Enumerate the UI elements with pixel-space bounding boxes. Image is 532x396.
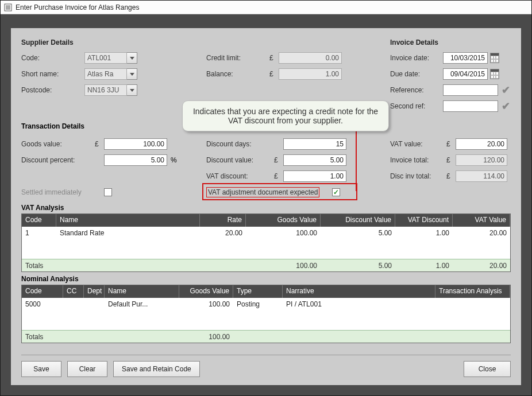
col-name: Name — [105, 285, 179, 298]
vat-grid-header: Code Name Rate Goods Value Discount Valu… — [22, 214, 510, 227]
short-name-label: Short name: — [21, 70, 84, 78]
outer-dark-border: Supplier Details Code: Short name: — [1, 14, 531, 395]
callout-tooltip: Indicates that you are expecting a credi… — [182, 100, 389, 131]
transaction-heading: Transaction Details — [21, 122, 84, 130]
vat-analysis-heading: VAT Analysis — [21, 204, 511, 212]
col-goods: Goods Value — [179, 285, 233, 298]
currency-symbol: £ — [269, 70, 279, 78]
currency-symbol: £ — [274, 156, 283, 164]
col-rate: Rate — [200, 214, 246, 227]
short-name-input[interactable] — [84, 68, 127, 80]
vat-row[interactable]: 1 Standard Rate 20.00 100.00 5.00 1.00 2… — [22, 227, 510, 239]
chevron-down-icon — [130, 89, 134, 92]
supplier-code-input[interactable] — [84, 52, 127, 64]
nominal-totals-row: Totals 100.00 — [22, 330, 510, 343]
button-bar: Save Clear Save and Retain Code Close — [21, 355, 511, 377]
tick-icon: ✔ — [502, 84, 510, 96]
save-retain-button[interactable]: Save and Retain Code — [113, 361, 200, 377]
col-cc: CC — [63, 285, 84, 298]
col-vatval: VAT Value — [453, 214, 510, 227]
invoice-date-input[interactable] — [443, 52, 488, 64]
svg-marker-7 — [130, 89, 134, 92]
col-narr: Narrative — [283, 285, 435, 298]
vat-discount-input[interactable] — [283, 170, 346, 182]
currency-symbol: £ — [269, 54, 279, 62]
balances-column: Credit limit: £ Balance: £ — [206, 51, 384, 83]
nominal-analysis-section: Nominal Analysis Code CC Dept Name Goods… — [21, 275, 511, 343]
balance-label: Balance: — [206, 70, 269, 78]
second-ref-input[interactable] — [443, 100, 498, 112]
second-ref-label: Second ref: — [390, 102, 443, 110]
nominal-grid-header: Code CC Dept Name Goods Value Type Narra… — [22, 285, 510, 298]
invoice-total-value — [456, 154, 507, 166]
vat-analysis-grid[interactable]: Code Name Rate Goods Value Discount Valu… — [21, 213, 511, 272]
postcode-dropdown[interactable] — [127, 84, 137, 96]
highlight-box — [202, 183, 357, 200]
postcode-label: Postcode: — [21, 86, 84, 94]
goods-value-label: Goods value: — [21, 140, 95, 148]
vat-discount-label: VAT discount: — [206, 172, 274, 180]
discount-days-input[interactable] — [283, 138, 346, 150]
transaction-right-column: VAT value: £ Invoice total: £ Disc inv t… — [390, 137, 513, 185]
callout-connector — [356, 127, 357, 191]
reference-input[interactable] — [443, 84, 498, 96]
col-ta: Transaction Analysis — [435, 285, 510, 298]
nominal-row[interactable]: 5000 Default Pur... 100.00 Posting PI / … — [22, 298, 510, 310]
col-code: Code — [22, 214, 56, 227]
postcode-input[interactable] — [84, 84, 127, 96]
invoice-total-label: Invoice total: — [390, 156, 446, 164]
col-dept: Dept — [84, 285, 105, 298]
settled-immediately-checkbox[interactable] — [104, 188, 112, 196]
vat-value-input[interactable] — [456, 138, 507, 150]
discount-value-input[interactable] — [283, 154, 346, 166]
invoice-heading: Invoice Details — [390, 38, 513, 46]
tick-icon: ✔ — [502, 100, 510, 112]
discount-value-label: Discount value: — [206, 156, 274, 164]
close-button[interactable]: Close — [464, 361, 511, 377]
settled-immediately-label: Settled immediately — [21, 188, 104, 196]
goods-value-input[interactable] — [104, 138, 167, 150]
currency-symbol: £ — [274, 172, 283, 180]
svg-marker-6 — [130, 73, 134, 76]
supplier-code-dropdown[interactable] — [127, 52, 137, 64]
reference-label: Reference: — [390, 86, 443, 94]
currency-symbol: £ — [446, 156, 456, 164]
currency-symbol: £ — [446, 140, 456, 148]
window-frame: Enter Purchase Invoice for Atlas Ranges … — [0, 0, 532, 396]
nominal-analysis-grid[interactable]: Code CC Dept Name Goods Value Type Narra… — [21, 285, 511, 343]
disc-inv-total-value — [456, 170, 507, 182]
calendar-icon[interactable] — [490, 69, 499, 79]
col-goods: Goods Value — [246, 214, 321, 227]
credit-limit-value — [279, 52, 342, 64]
supplier-code-label: Code: — [21, 54, 84, 62]
currency-symbol: £ — [95, 140, 104, 148]
col-code: Code — [22, 285, 63, 298]
content-area: Supplier Details Code: Short name: — [11, 28, 521, 385]
col-disc: Discount Value — [321, 214, 395, 227]
disc-inv-total-label: Disc inv total: — [390, 172, 446, 180]
vat-value-label: VAT value: — [390, 140, 446, 148]
window-title: Enter Purchase Invoice for Atlas Ranges — [16, 3, 139, 11]
short-name-dropdown[interactable] — [127, 68, 137, 80]
discount-percent-label: Discount percent: — [21, 156, 95, 164]
discount-days-label: Discount days: — [206, 140, 274, 148]
invoice-date-label: Invoice date: — [390, 54, 443, 62]
balance-value — [279, 68, 342, 80]
percent-symbol: % — [171, 156, 177, 164]
due-date-label: Due date: — [390, 70, 443, 78]
chevron-down-icon — [130, 73, 134, 76]
supplier-column: Supplier Details Code: Short name: — [21, 38, 171, 99]
save-button[interactable]: Save — [21, 361, 61, 377]
credit-limit-label: Credit limit: — [206, 54, 269, 62]
col-vatdisc: VAT Discount — [395, 214, 453, 227]
svg-marker-5 — [130, 57, 134, 60]
svg-rect-0 — [5, 4, 11, 11]
calendar-icon[interactable] — [490, 53, 499, 63]
transaction-left-column: Goods value: £ Discount percent: % Settl… — [21, 137, 199, 201]
currency-symbol: £ — [446, 172, 456, 180]
col-type: Type — [233, 285, 283, 298]
col-name: Name — [56, 214, 200, 227]
clear-button[interactable]: Clear — [67, 361, 107, 377]
discount-percent-input[interactable] — [104, 154, 167, 166]
due-date-input[interactable] — [443, 68, 488, 80]
